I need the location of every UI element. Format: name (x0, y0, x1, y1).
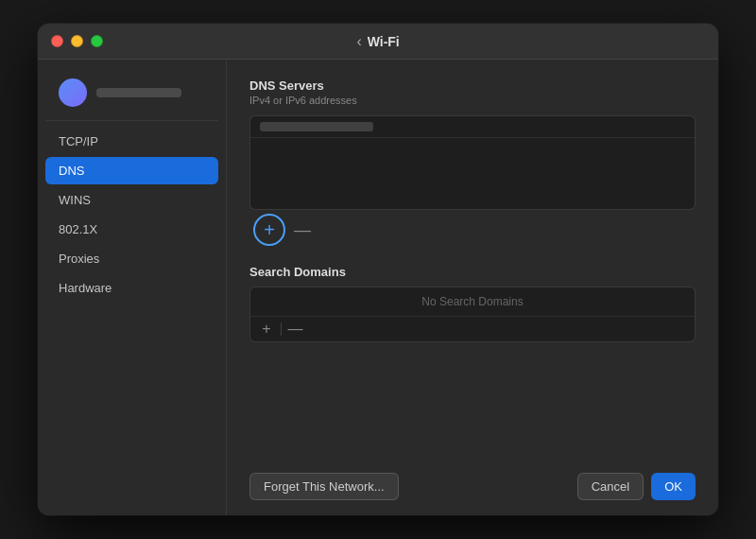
dns-entry-value (260, 122, 373, 131)
network-avatar (59, 78, 87, 107)
network-item[interactable] (45, 71, 218, 114)
sidebar-item-wins[interactable]: WINS (45, 186, 218, 214)
sidebar: TCP/IP DNS WINS 802.1X Proxies Hardware (38, 60, 227, 515)
dns-servers-subtitle: IPv4 or IPv6 addresses (249, 95, 696, 106)
domains-actions-divider (281, 322, 282, 336)
title-bar-center: ‹ Wi-Fi (357, 34, 400, 49)
footer: Forget This Network... Cancel OK (249, 461, 696, 500)
no-search-domains-label: No Search Domains (250, 287, 695, 317)
back-button[interactable]: ‹ (357, 34, 362, 49)
close-button[interactable] (51, 35, 63, 47)
sidebar-item-hardware[interactable]: Hardware (45, 274, 218, 302)
panel-spacer (249, 342, 696, 461)
dns-servers-section: DNS Servers IPv4 or IPv6 addresses + — (249, 78, 696, 250)
traffic-lights (51, 35, 103, 47)
main-content: TCP/IP DNS WINS 802.1X Proxies Hardware … (38, 60, 718, 515)
search-domains-list: No Search Domains + — (249, 287, 696, 342)
search-domains-section: Search Domains No Search Domains + — (249, 265, 696, 342)
title-bar: ‹ Wi-Fi (38, 24, 718, 60)
minimize-button[interactable] (71, 35, 83, 47)
dns-servers-title: DNS Servers (249, 78, 696, 93)
footer-right-buttons: Cancel OK (577, 473, 696, 500)
sidebar-item-proxies[interactable]: Proxies (45, 245, 218, 272)
window-title: Wi-Fi (368, 34, 400, 49)
domains-add-button[interactable]: + (258, 321, 275, 338)
forget-network-button[interactable]: Forget This Network... (249, 473, 399, 500)
domains-actions: + — (250, 317, 695, 341)
settings-window: ‹ Wi-Fi TCP/IP DNS WINS 802.1X (38, 24, 718, 515)
ok-button[interactable]: OK (651, 473, 696, 500)
sidebar-item-tcp-ip[interactable]: TCP/IP (45, 128, 218, 155)
dns-list (249, 115, 696, 210)
maximize-button[interactable] (91, 35, 103, 47)
section-gap (249, 250, 696, 265)
dns-actions: + — (249, 210, 696, 250)
domains-remove-button[interactable]: — (287, 321, 304, 338)
network-name (96, 88, 181, 97)
cancel-button[interactable]: Cancel (577, 473, 644, 500)
sidebar-item-dns[interactable]: DNS (45, 157, 218, 184)
dns-entry[interactable] (250, 116, 695, 138)
dns-add-button[interactable]: + (253, 214, 285, 246)
right-panel: DNS Servers IPv4 or IPv6 addresses + — S… (227, 60, 718, 515)
sidebar-item-802-1x[interactable]: 802.1X (45, 216, 218, 243)
dns-remove-button[interactable]: — (293, 220, 312, 239)
nav-divider (45, 120, 218, 121)
search-domains-title: Search Domains (249, 265, 696, 279)
